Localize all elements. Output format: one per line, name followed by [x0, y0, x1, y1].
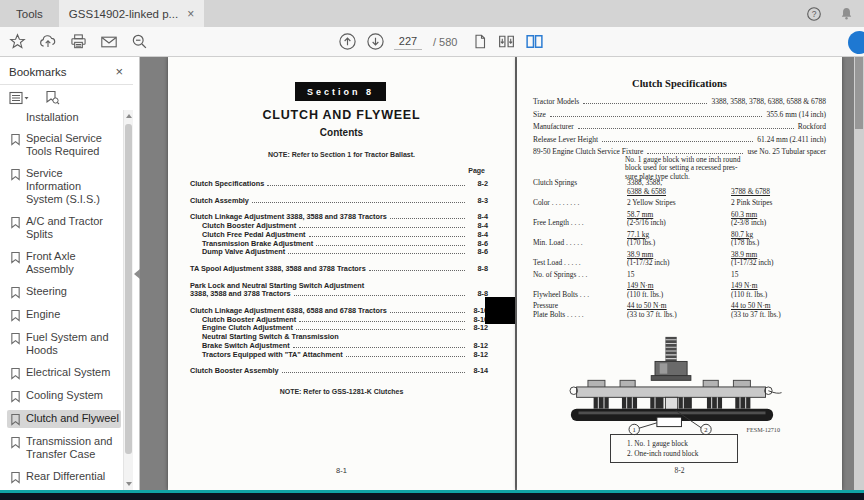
page-count-label: / 580 — [433, 36, 457, 48]
callout-1: 1 — [633, 426, 636, 433]
row-label-line2: Plate Bolts . . . . . — [533, 311, 627, 320]
dot-leader — [267, 185, 465, 186]
models-group-b: 3788 & 6788 — [731, 179, 831, 196]
toc-entry-title: Dump Valve Adjustment — [202, 248, 285, 257]
bookmark-label: Cooling System — [26, 389, 103, 403]
bookmark-item[interactable]: A/C and Tractor Splits — [7, 213, 121, 243]
sidebar-scroll-thumb[interactable] — [125, 124, 132, 454]
bookmark-item[interactable]: Rear Differential — [7, 468, 121, 486]
toolbar-left-group — [0, 33, 148, 50]
springs-row: Color . . . . . . . . 2 Yellow Stripes 2… — [533, 199, 833, 208]
scroll-down-icon[interactable] — [126, 482, 132, 486]
specifications-title: Clutch Specifications — [517, 78, 842, 89]
acrobat-window: Tools GSS14902-linked p... × ? — [0, 0, 864, 500]
bookmark-icon — [10, 390, 21, 403]
bookmark-label: Engine — [26, 308, 60, 322]
dot-leader — [252, 202, 465, 203]
sidebar-scrollbar[interactable] — [123, 110, 133, 490]
next-page-icon[interactable] — [366, 32, 385, 51]
ballast-note: NOTE: Refer to Section 1 for Tractor Bal… — [168, 151, 515, 158]
dot-leader — [299, 227, 465, 228]
bookmark-label: Special Service Tools Required — [26, 132, 119, 158]
tab-tools[interactable]: Tools — [0, 0, 59, 27]
value-b-line2: (2-3/8 inch) — [731, 219, 831, 228]
toc-row: 3388, 3588 and 3788 Tractors 8-8 — [190, 290, 488, 299]
dot-leader — [583, 103, 707, 104]
toc-row: Clutch Assembly 8-3 — [190, 197, 488, 206]
bookmark-label: Clutch and Flyweel — [26, 412, 119, 426]
toc-entry-title: 3388, 3588 and 3788 Tractors — [190, 290, 291, 299]
bookmark-item[interactable]: Electrical System — [7, 364, 121, 382]
find-current-bookmark-icon[interactable] — [44, 90, 60, 105]
clutch-diagram: 1 2 FESM-12710 — [555, 335, 789, 437]
document-scroll-thumb[interactable] — [855, 57, 863, 129]
dot-leader — [316, 245, 465, 246]
bookmark-label: Electrical System — [26, 366, 110, 380]
zoom-out-icon[interactable] — [131, 33, 148, 50]
toc-entry-page: 8-14 — [468, 367, 488, 376]
row-label-line2: Color . . . . . . . . — [533, 199, 627, 208]
document-area: Section 8 CLUTCH AND FLYWEEL Contents NO… — [140, 57, 864, 490]
spec-value: 355.6 mm (14 inch) — [766, 109, 826, 122]
figure-id-label: FESM-12710 — [747, 427, 780, 433]
email-icon[interactable] — [100, 34, 118, 50]
tab-document[interactable]: GSS14902-linked p... × — [59, 0, 204, 27]
panel-splitter[interactable] — [133, 57, 140, 490]
spec-row: Release Lever Height 61.24 mm (2.411 inc… — [533, 134, 826, 147]
scroll-up-icon[interactable] — [126, 114, 132, 118]
section-thumb-tab — [485, 297, 515, 324]
page-display-icon[interactable] — [497, 33, 516, 50]
value-b-line2: (178 lbs.) — [731, 239, 831, 248]
spec-label: Manufacturer — [533, 121, 574, 134]
bell-icon[interactable] — [839, 6, 854, 21]
help-icon[interactable]: ? — [806, 6, 822, 22]
bookmark-label: Installation — [26, 111, 79, 125]
bookmark-item[interactable]: Service Information System (S.I.S.) — [7, 165, 121, 208]
document-scrollbar[interactable] — [854, 57, 864, 490]
page-right: Clutch Specifications Tractor Models 338… — [517, 57, 842, 490]
bookmark-label: Front Axle Assembly — [26, 250, 119, 276]
page-column-label: Page — [468, 167, 485, 174]
dot-leader — [296, 329, 465, 330]
bookmark-icon — [10, 309, 21, 322]
print-icon[interactable] — [70, 33, 87, 50]
spec-list: Tractor Models 3388, 3588, 3788, 6388, 6… — [533, 96, 826, 159]
bookmark-item[interactable]: Installation — [7, 110, 121, 127]
page-number-input[interactable] — [394, 34, 422, 50]
close-bookmarks-icon[interactable]: × — [115, 64, 123, 79]
bookmarks-panel: Bookmarks × Installation — [0, 57, 133, 490]
bookmarks-list: Installation Special Service Tools Requi… — [0, 110, 123, 490]
single-page-icon[interactable] — [472, 33, 488, 50]
tab-bar: Tools GSS14902-linked p... × ? — [0, 0, 864, 27]
bookmark-options-icon[interactable] — [9, 91, 29, 105]
toc-row: Clutch Specifications 8-2 — [190, 180, 488, 189]
bookmark-item[interactable]: Steering — [7, 283, 121, 301]
bookmark-label: Fuel System and Hoods — [26, 331, 119, 357]
bookmark-icon — [10, 367, 21, 380]
springs-header-row: Clutch Springs 3388, 3588, 6388 & 6588 3… — [533, 179, 833, 196]
bookmark-item[interactable]: Engine — [7, 306, 121, 324]
share-upload-icon[interactable] — [39, 33, 57, 50]
row-label-line2: Test Load . . . . . — [533, 259, 627, 268]
user-avatar[interactable] — [848, 31, 864, 54]
bookmark-item[interactable]: Front Axle Assembly — [7, 248, 121, 278]
value-a-line1: 2 Yellow Stripes — [627, 199, 731, 208]
dot-leader — [602, 141, 753, 142]
bookmark-item[interactable]: Transmission and Transfer Case — [7, 433, 121, 463]
bookmark-item[interactable]: Special Service Tools Required — [7, 130, 121, 160]
bookmark-item[interactable]: Fuel System and Hoods — [7, 329, 121, 359]
dot-leader — [346, 356, 465, 357]
bookmark-item[interactable]: Clutch and Flyweel — [7, 410, 121, 428]
value-b-line2: (1-17/32 inch) — [731, 259, 831, 268]
tab-tools-label: Tools — [16, 8, 43, 20]
value-b-line1: 2 Pink Stripes — [731, 199, 831, 208]
toolbar-center-group: / 580 — [338, 32, 544, 51]
toc-row: Clutch Booster Assembly 8-14 — [190, 367, 488, 376]
bookmark-item[interactable]: Cooling System — [7, 387, 121, 405]
tab-close-icon[interactable]: × — [187, 9, 194, 19]
star-icon[interactable] — [9, 33, 26, 50]
spec-row: Tractor Models 3388, 3588, 3788, 6388, 6… — [533, 96, 826, 109]
previous-page-icon[interactable] — [338, 32, 357, 51]
two-page-view-icon[interactable] — [525, 33, 544, 50]
row-label-line2: Free Length . . . . — [533, 219, 627, 228]
